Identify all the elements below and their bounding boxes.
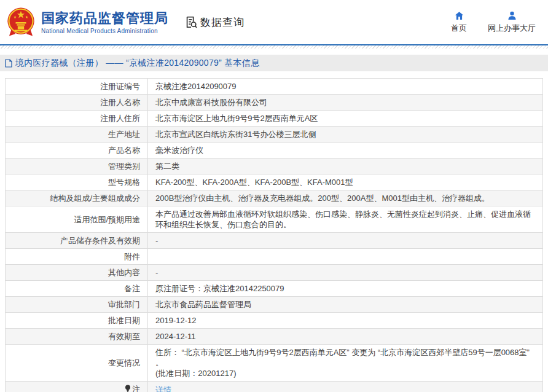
table-row: 备注 原注册证号：京械注准20142250079	[6, 281, 543, 297]
breadcrumb-text: 境内医疗器械（注册） —— “京械注准20142090079” 基本信息	[15, 58, 259, 69]
header-nav: 首页 网上办事大厅	[451, 10, 536, 34]
nav-item-home[interactable]: 首页	[451, 10, 467, 34]
field-label: 注册人住所	[6, 111, 148, 127]
field-label-text: 附件	[124, 252, 140, 261]
data-query-tab[interactable]: 数据查询	[184, 15, 245, 29]
detail-link[interactable]: 详情	[155, 385, 171, 392]
field-label-text: 注册证编号	[100, 82, 140, 91]
nav-item-service-hall[interactable]: 网上办事大厅	[488, 10, 536, 34]
user-icon	[507, 10, 517, 21]
field-value: 北京中成康富科技股份有限公司	[148, 95, 543, 111]
field-value: 2024-12-11	[148, 329, 543, 345]
field-label-text: 注册人住所	[100, 114, 140, 123]
document-icon	[5, 59, 12, 68]
field-label: 适用范围/预期用途	[6, 206, 148, 233]
table-row: 审批部门 北京市食品药品监督管理局	[6, 297, 543, 313]
field-label-text: 其他内容	[108, 268, 140, 277]
table-row: 注册证编号 京械注准20142090079	[6, 79, 543, 95]
breadcrumb: 境内医疗器械（注册） —— “京械注准20142090079” 基本信息	[0, 55, 548, 71]
field-label: 附件	[6, 249, 148, 265]
site-header: 国家药品监督管理局 National Medical Products Admi…	[0, 0, 548, 45]
field-value: 原注册证号：京械注准20142250079	[148, 281, 543, 297]
field-label-text: 有效期至	[108, 332, 140, 341]
field-label-text: 产品名称	[108, 146, 140, 155]
table-row: 结构及组成/主要组成成分 200B型治疗仪由主机、治疗器及充电器组成。200型、…	[6, 190, 543, 206]
field-label-text: 产品储存条件及有效期	[60, 236, 140, 245]
field-label-text: 生产地址	[108, 130, 140, 139]
home-icon	[454, 10, 464, 21]
field-value: -	[148, 265, 543, 281]
field-value: 本产品通过改善局部血液循环对软组织感染、伤口感染、静脉炎、无菌性炎症起到消炎、止…	[148, 206, 543, 233]
field-value: 200B型治疗仪由主机、治疗器及充电器组成。200型、200A型、M001型由主…	[148, 190, 543, 206]
table-row: 产品名称 毫米波治疗仪	[6, 143, 543, 159]
field-label: 变更情况	[6, 345, 148, 382]
field-label: 注册证编号	[6, 79, 148, 95]
field-label-text: 变更情况	[108, 358, 140, 367]
field-value	[148, 249, 543, 265]
hatch-divider	[0, 45, 548, 49]
data-query-label: 数据查询	[200, 15, 245, 29]
site-title-block: 国家药品监督管理局 National Medical Products Admi…	[41, 10, 168, 34]
field-value: 毫米波治疗仪	[148, 143, 543, 159]
field-label: 其他内容	[6, 265, 148, 281]
field-label: 管理类别	[6, 159, 148, 174]
field-label: 产品名称	[6, 143, 148, 159]
field-value: 北京市宣武区白纸坊东街31号办公楼三层北侧	[148, 127, 543, 143]
field-label: 生产地址	[6, 127, 148, 143]
bulb-icon	[125, 385, 131, 392]
info-table: 注册证编号 京械注准20142090079 注册人名称 北京中成康富科技股份有限…	[5, 78, 543, 392]
field-label-text: 结构及组成/主要组成成分	[50, 194, 140, 203]
table-row: 适用范围/预期用途 本产品通过改善局部血液循环对软组织感染、伤口感染、静脉炎、无…	[6, 206, 543, 233]
field-label-text: 注	[132, 385, 140, 392]
site-subtitle: National Medical Products Administration	[41, 28, 168, 34]
table-row: 产品储存条件及有效期 -	[6, 233, 543, 249]
field-label: 型号规格	[6, 174, 148, 190]
doc-search-icon	[184, 15, 198, 29]
table-row: 注册人住所 北京市海淀区上地九街9号9号2层西南单元A区	[6, 111, 543, 127]
table-row: 生产地址 北京市宣武区白纸坊东街31号办公楼三层北侧	[6, 127, 543, 143]
table-row: 其他内容 -	[6, 265, 543, 281]
field-label: 有效期至	[6, 329, 148, 345]
field-value: 北京市海淀区上地九街9号9号2层西南单元A区	[148, 111, 543, 127]
field-value: 京械注准20142090079	[148, 79, 543, 95]
field-label: 注册人名称	[6, 95, 148, 111]
table-row: 附件	[6, 249, 543, 265]
site-logo[interactable]: 国家药品监督管理局 National Medical Products Admi…	[5, 6, 168, 38]
table-row: 管理类别 第二类	[6, 159, 543, 174]
field-label-text: 型号规格	[108, 178, 140, 187]
table-row: 批准日期 2019-12-12	[6, 313, 543, 329]
field-label-text: 备注	[124, 284, 140, 293]
field-label: 备注	[6, 281, 148, 297]
field-value: 详情	[148, 382, 543, 392]
field-label: 审批部门	[6, 297, 148, 313]
field-label-text: 管理类别	[108, 162, 140, 171]
nav-label-service-hall: 网上办事大厅	[488, 23, 536, 34]
field-value: KFA-200型、KFA-200A型、KFA-200B型、KFA-M001型	[148, 174, 543, 190]
info-table-body: 注册证编号 京械注准20142090079 注册人名称 北京中成康富科技股份有限…	[6, 79, 543, 392]
table-row: 有效期至 2024-12-11	[6, 329, 543, 345]
field-label-text: 适用范围/预期用途	[74, 215, 140, 224]
field-label-text: 审批部门	[108, 300, 140, 309]
table-row: 注册人名称 北京中成康富科技股份有限公司	[6, 95, 543, 111]
field-label: 结构及组成/主要组成成分	[6, 190, 148, 206]
table-row: 注 详情	[6, 382, 543, 392]
field-value: -	[148, 233, 543, 249]
national-emblem-icon	[5, 6, 37, 38]
field-label: 注	[6, 382, 148, 392]
field-value: 第二类	[148, 159, 543, 174]
table-row: 变更情况 住所： “北京市海淀区上地九街9号9号2层西南单元A区” 变更为 “北…	[6, 345, 543, 382]
field-label-text: 注册人名称	[100, 98, 140, 107]
field-value: 2019-12-12	[148, 313, 543, 329]
field-label: 产品储存条件及有效期	[6, 233, 148, 249]
field-value: 住所： “北京市海淀区上地九街9号9号2层西南单元A区” 变更为 “北京市海淀区…	[148, 345, 543, 382]
field-label-text: 批准日期	[108, 316, 140, 325]
nav-label-home: 首页	[451, 23, 467, 34]
field-label: 批准日期	[6, 313, 148, 329]
table-row: 型号规格 KFA-200型、KFA-200A型、KFA-200B型、KFA-M0…	[6, 174, 543, 190]
field-value: 北京市食品药品监督管理局	[148, 297, 543, 313]
site-title: 国家药品监督管理局	[41, 10, 168, 26]
